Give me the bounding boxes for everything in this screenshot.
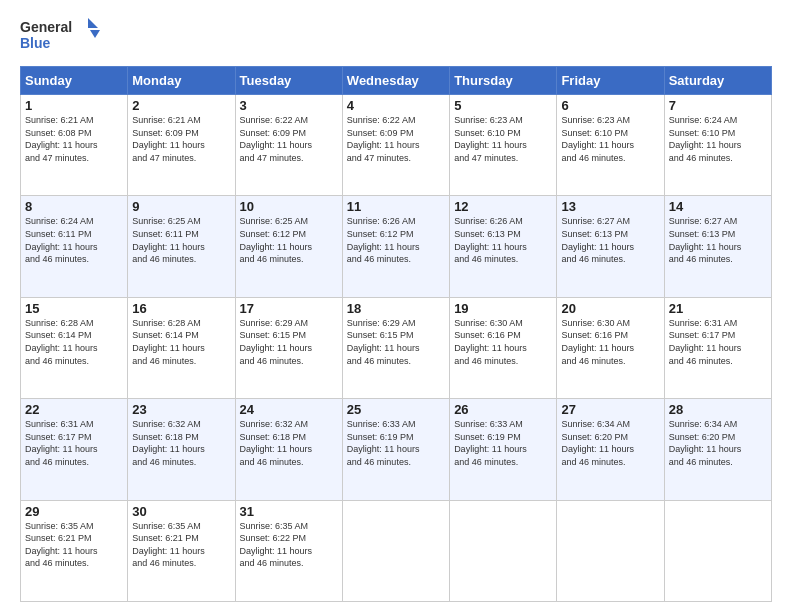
day-number: 15 xyxy=(25,301,123,316)
day-info: Sunrise: 6:32 AMSunset: 6:18 PMDaylight:… xyxy=(240,419,313,467)
calendar-cell: 12 Sunrise: 6:26 AMSunset: 6:13 PMDaylig… xyxy=(450,196,557,297)
day-number: 24 xyxy=(240,402,338,417)
day-number: 5 xyxy=(454,98,552,113)
day-number: 9 xyxy=(132,199,230,214)
day-number: 1 xyxy=(25,98,123,113)
page: General Blue SundayMondayTuesdayWednesda… xyxy=(0,0,792,612)
day-info: Sunrise: 6:25 AMSunset: 6:11 PMDaylight:… xyxy=(132,216,205,264)
calendar-week-row: 22 Sunrise: 6:31 AMSunset: 6:17 PMDaylig… xyxy=(21,399,772,500)
day-info: Sunrise: 6:23 AMSunset: 6:10 PMDaylight:… xyxy=(454,115,527,163)
day-info: Sunrise: 6:35 AMSunset: 6:22 PMDaylight:… xyxy=(240,521,313,569)
day-info: Sunrise: 6:32 AMSunset: 6:18 PMDaylight:… xyxy=(132,419,205,467)
calendar-week-row: 29 Sunrise: 6:35 AMSunset: 6:21 PMDaylig… xyxy=(21,500,772,601)
calendar-cell xyxy=(450,500,557,601)
calendar-cell: 14 Sunrise: 6:27 AMSunset: 6:13 PMDaylig… xyxy=(664,196,771,297)
calendar-cell: 9 Sunrise: 6:25 AMSunset: 6:11 PMDayligh… xyxy=(128,196,235,297)
calendar-cell: 8 Sunrise: 6:24 AMSunset: 6:11 PMDayligh… xyxy=(21,196,128,297)
day-number: 23 xyxy=(132,402,230,417)
calendar-table: SundayMondayTuesdayWednesdayThursdayFrid… xyxy=(20,66,772,602)
day-info: Sunrise: 6:29 AMSunset: 6:15 PMDaylight:… xyxy=(347,318,420,366)
day-info: Sunrise: 6:34 AMSunset: 6:20 PMDaylight:… xyxy=(669,419,742,467)
day-info: Sunrise: 6:28 AMSunset: 6:14 PMDaylight:… xyxy=(132,318,205,366)
day-info: Sunrise: 6:31 AMSunset: 6:17 PMDaylight:… xyxy=(669,318,742,366)
calendar-cell: 17 Sunrise: 6:29 AMSunset: 6:15 PMDaylig… xyxy=(235,297,342,398)
day-number: 28 xyxy=(669,402,767,417)
calendar-cell: 23 Sunrise: 6:32 AMSunset: 6:18 PMDaylig… xyxy=(128,399,235,500)
svg-text:Blue: Blue xyxy=(20,35,51,51)
calendar-cell: 31 Sunrise: 6:35 AMSunset: 6:22 PMDaylig… xyxy=(235,500,342,601)
day-info: Sunrise: 6:33 AMSunset: 6:19 PMDaylight:… xyxy=(454,419,527,467)
header: General Blue xyxy=(20,16,772,56)
day-number: 16 xyxy=(132,301,230,316)
day-of-week-header: Sunday xyxy=(21,67,128,95)
calendar-cell: 4 Sunrise: 6:22 AMSunset: 6:09 PMDayligh… xyxy=(342,95,449,196)
day-number: 2 xyxy=(132,98,230,113)
day-number: 21 xyxy=(669,301,767,316)
day-number: 31 xyxy=(240,504,338,519)
calendar-cell: 28 Sunrise: 6:34 AMSunset: 6:20 PMDaylig… xyxy=(664,399,771,500)
day-info: Sunrise: 6:23 AMSunset: 6:10 PMDaylight:… xyxy=(561,115,634,163)
day-of-week-header: Monday xyxy=(128,67,235,95)
day-info: Sunrise: 6:21 AMSunset: 6:08 PMDaylight:… xyxy=(25,115,98,163)
day-number: 20 xyxy=(561,301,659,316)
svg-marker-3 xyxy=(90,30,100,38)
calendar-cell xyxy=(557,500,664,601)
day-number: 25 xyxy=(347,402,445,417)
day-number: 18 xyxy=(347,301,445,316)
calendar-cell: 21 Sunrise: 6:31 AMSunset: 6:17 PMDaylig… xyxy=(664,297,771,398)
calendar-cell: 26 Sunrise: 6:33 AMSunset: 6:19 PMDaylig… xyxy=(450,399,557,500)
day-info: Sunrise: 6:31 AMSunset: 6:17 PMDaylight:… xyxy=(25,419,98,467)
day-number: 29 xyxy=(25,504,123,519)
day-info: Sunrise: 6:30 AMSunset: 6:16 PMDaylight:… xyxy=(561,318,634,366)
calendar-cell: 13 Sunrise: 6:27 AMSunset: 6:13 PMDaylig… xyxy=(557,196,664,297)
day-of-week-header: Tuesday xyxy=(235,67,342,95)
day-number: 17 xyxy=(240,301,338,316)
logo-icon: General Blue xyxy=(20,16,100,56)
calendar-week-row: 8 Sunrise: 6:24 AMSunset: 6:11 PMDayligh… xyxy=(21,196,772,297)
day-info: Sunrise: 6:35 AMSunset: 6:21 PMDaylight:… xyxy=(132,521,205,569)
calendar-cell: 6 Sunrise: 6:23 AMSunset: 6:10 PMDayligh… xyxy=(557,95,664,196)
day-of-week-header: Thursday xyxy=(450,67,557,95)
day-info: Sunrise: 6:26 AMSunset: 6:12 PMDaylight:… xyxy=(347,216,420,264)
day-number: 30 xyxy=(132,504,230,519)
calendar-cell: 11 Sunrise: 6:26 AMSunset: 6:12 PMDaylig… xyxy=(342,196,449,297)
day-number: 10 xyxy=(240,199,338,214)
day-number: 14 xyxy=(669,199,767,214)
day-number: 12 xyxy=(454,199,552,214)
calendar-cell: 10 Sunrise: 6:25 AMSunset: 6:12 PMDaylig… xyxy=(235,196,342,297)
day-info: Sunrise: 6:21 AMSunset: 6:09 PMDaylight:… xyxy=(132,115,205,163)
calendar-header-row: SundayMondayTuesdayWednesdayThursdayFrid… xyxy=(21,67,772,95)
calendar-cell xyxy=(342,500,449,601)
day-of-week-header: Saturday xyxy=(664,67,771,95)
calendar-week-row: 15 Sunrise: 6:28 AMSunset: 6:14 PMDaylig… xyxy=(21,297,772,398)
day-of-week-header: Wednesday xyxy=(342,67,449,95)
day-info: Sunrise: 6:22 AMSunset: 6:09 PMDaylight:… xyxy=(347,115,420,163)
calendar-cell: 24 Sunrise: 6:32 AMSunset: 6:18 PMDaylig… xyxy=(235,399,342,500)
calendar-week-row: 1 Sunrise: 6:21 AMSunset: 6:08 PMDayligh… xyxy=(21,95,772,196)
day-info: Sunrise: 6:33 AMSunset: 6:19 PMDaylight:… xyxy=(347,419,420,467)
day-info: Sunrise: 6:27 AMSunset: 6:13 PMDaylight:… xyxy=(561,216,634,264)
calendar-cell: 1 Sunrise: 6:21 AMSunset: 6:08 PMDayligh… xyxy=(21,95,128,196)
day-number: 11 xyxy=(347,199,445,214)
calendar-cell: 19 Sunrise: 6:30 AMSunset: 6:16 PMDaylig… xyxy=(450,297,557,398)
calendar-cell: 22 Sunrise: 6:31 AMSunset: 6:17 PMDaylig… xyxy=(21,399,128,500)
calendar-cell: 18 Sunrise: 6:29 AMSunset: 6:15 PMDaylig… xyxy=(342,297,449,398)
day-info: Sunrise: 6:26 AMSunset: 6:13 PMDaylight:… xyxy=(454,216,527,264)
day-number: 6 xyxy=(561,98,659,113)
day-number: 3 xyxy=(240,98,338,113)
svg-text:General: General xyxy=(20,19,72,35)
calendar-cell: 15 Sunrise: 6:28 AMSunset: 6:14 PMDaylig… xyxy=(21,297,128,398)
calendar-cell: 29 Sunrise: 6:35 AMSunset: 6:21 PMDaylig… xyxy=(21,500,128,601)
calendar-cell: 7 Sunrise: 6:24 AMSunset: 6:10 PMDayligh… xyxy=(664,95,771,196)
day-number: 13 xyxy=(561,199,659,214)
day-info: Sunrise: 6:30 AMSunset: 6:16 PMDaylight:… xyxy=(454,318,527,366)
day-info: Sunrise: 6:27 AMSunset: 6:13 PMDaylight:… xyxy=(669,216,742,264)
day-info: Sunrise: 6:29 AMSunset: 6:15 PMDaylight:… xyxy=(240,318,313,366)
day-number: 19 xyxy=(454,301,552,316)
day-number: 8 xyxy=(25,199,123,214)
svg-marker-2 xyxy=(88,18,98,28)
logo: General Blue xyxy=(20,16,100,56)
calendar-cell xyxy=(664,500,771,601)
calendar-cell: 2 Sunrise: 6:21 AMSunset: 6:09 PMDayligh… xyxy=(128,95,235,196)
calendar-cell: 16 Sunrise: 6:28 AMSunset: 6:14 PMDaylig… xyxy=(128,297,235,398)
